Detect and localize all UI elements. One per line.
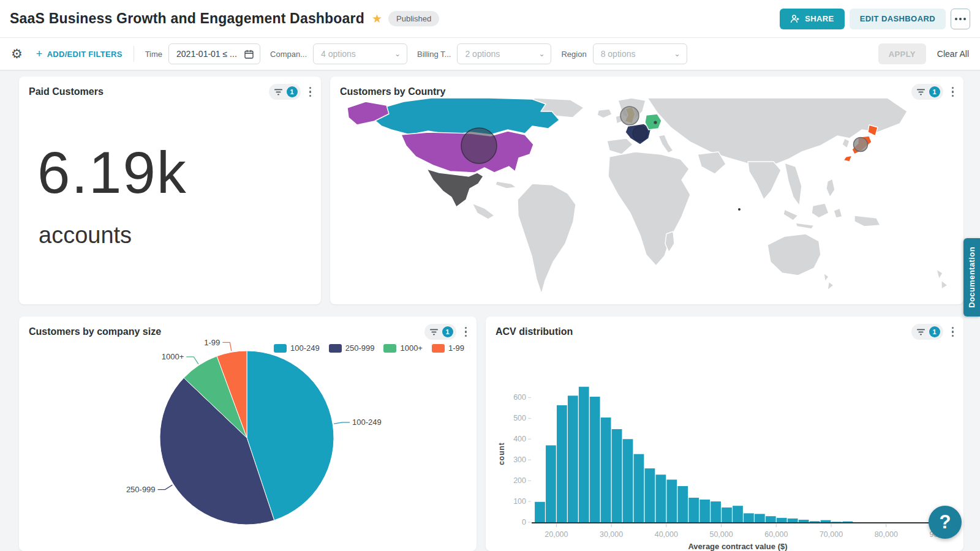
japan-bubble-marker [854,138,868,152]
svg-text:100: 100 [513,497,526,506]
kpi-value: 6.19k [37,139,321,206]
filter-count-badge: 1 [287,86,298,97]
svg-text:600: 600 [513,393,526,402]
documentation-tab[interactable]: Documentation [963,238,980,317]
filter-region: Region 8 options ⌄ [561,43,687,64]
widget-filter-button[interactable]: 1 [424,324,456,340]
svg-text:250-999: 250-999 [126,485,156,494]
svg-text:60,000: 60,000 [764,530,788,539]
share-person-icon [790,14,800,24]
billing-type-value: 2 options [465,49,500,59]
time-range-input[interactable]: 2021-01-01 ≤ ... [168,43,260,64]
acv-histogram-chart[interactable]: 010020030040050060020,00030,00040,00050,… [486,339,963,551]
usa-bubble-marker [461,128,497,163]
svg-text:40,000: 40,000 [655,530,678,539]
divider [134,46,134,62]
card-title: Customers by company size [29,326,161,337]
filter-bar: ⚙ + ADD/EDIT FILTERS Time 2021-01-01 ≤ .… [0,38,980,70]
card-title: ACV distribution [496,326,573,337]
svg-text:50,000: 50,000 [709,530,733,539]
svg-text:Average contract value ($): Average contract value ($) [688,542,787,551]
time-range-value: 2021-01-01 ≤ ... [176,49,237,59]
singapore-dot-marker [738,208,741,211]
region-select[interactable]: 8 options ⌄ [593,43,687,64]
page-title: SaaS Business Growth and Engagement Dash… [10,10,364,27]
widget-menu-button[interactable] [951,326,956,339]
more-options-button[interactable] [951,9,970,29]
plus-icon: + [36,48,43,61]
svg-text:count: count [497,442,506,465]
filter-time: Time 2021-01-01 ≤ ... [145,43,260,64]
add-edit-filters-button[interactable]: + ADD/EDIT FILTERS [36,48,123,61]
question-mark-icon: ? [940,511,951,533]
gear-icon[interactable]: ⚙ [11,47,23,61]
svg-text:0: 0 [522,518,526,527]
chevron-down-icon: ⌄ [394,50,401,58]
help-button[interactable]: ? [929,506,962,539]
card-title: Customers by Country [340,86,445,97]
widget-menu-button[interactable] [464,326,469,339]
card-title: Paid Customers [29,86,104,97]
customers-by-country-card: Customers by Country 1 [330,77,963,304]
filter-company: Compan... 4 options ⌄ [270,43,407,64]
svg-text:100-249: 100-249 [352,418,382,427]
status-badge: Published [388,11,439,26]
filter-billing: Billing T... 2 options ⌄ [417,43,551,64]
filter-company-label: Compan... [270,50,307,59]
acv-distribution-card: ACV distribution 1 010020030040050060020… [486,317,963,551]
chevron-down-icon: ⌄ [674,50,680,58]
filter-count-badge: 1 [929,326,940,337]
clear-all-button[interactable]: Clear All [937,49,969,59]
region-value: 8 options [601,49,636,59]
widget-menu-button[interactable] [308,86,313,99]
widget-filter-button[interactable]: 1 [911,324,943,340]
filter-region-label: Region [561,50,586,59]
filter-billing-label: Billing T... [417,50,451,59]
svg-text:400: 400 [513,435,526,443]
world-map-chart[interactable] [330,97,963,302]
company-size-pie-card: Customers by company size 1 100-249250-9… [19,317,477,551]
filter-time-label: Time [145,50,162,59]
chevron-down-icon: ⌄ [538,50,545,58]
edit-dashboard-button[interactable]: EDIT DASHBOARD [850,9,946,29]
svg-text:30,000: 30,000 [600,530,623,539]
filter-icon [916,328,925,336]
company-size-pie-chart[interactable]: 100-249250-9991000+1-99 [19,339,477,551]
svg-text:300: 300 [513,455,526,464]
filter-icon [274,88,283,96]
svg-text:80,000: 80,000 [875,530,898,539]
share-button[interactable]: SHARE [780,9,845,29]
france-bubble-marker [633,126,647,141]
svg-text:1000+: 1000+ [162,352,184,361]
paid-customers-card: Paid Customers 1 6.19k accounts [19,77,321,304]
calendar-icon [244,50,254,59]
svg-text:70,000: 70,000 [820,530,843,539]
germany-dot-marker [654,121,657,124]
company-size-value: 4 options [321,49,356,59]
filter-icon [916,88,925,96]
top-header: SaaS Business Growth and Engagement Dash… [0,0,980,38]
filter-icon [429,328,439,336]
filter-count-badge: 1 [442,326,453,337]
svg-text:200: 200 [513,476,526,485]
filter-count-badge: 1 [929,86,940,97]
billing-type-select[interactable]: 2 options ⌄ [457,43,551,64]
favorite-star-icon[interactable]: ★ [372,12,382,26]
ellipsis-icon [955,18,966,20]
uk-bubble-marker [620,107,639,125]
company-size-select[interactable]: 4 options ⌄ [313,43,407,64]
svg-text:1-99: 1-99 [204,339,220,347]
apply-button[interactable]: APPLY [878,43,926,64]
svg-text:500: 500 [513,414,526,422]
svg-text:20,000: 20,000 [545,530,568,539]
documentation-tab-label: Documentation [967,247,976,308]
kpi-unit-label: accounts [39,222,321,249]
widget-filter-button[interactable]: 1 [269,84,301,100]
